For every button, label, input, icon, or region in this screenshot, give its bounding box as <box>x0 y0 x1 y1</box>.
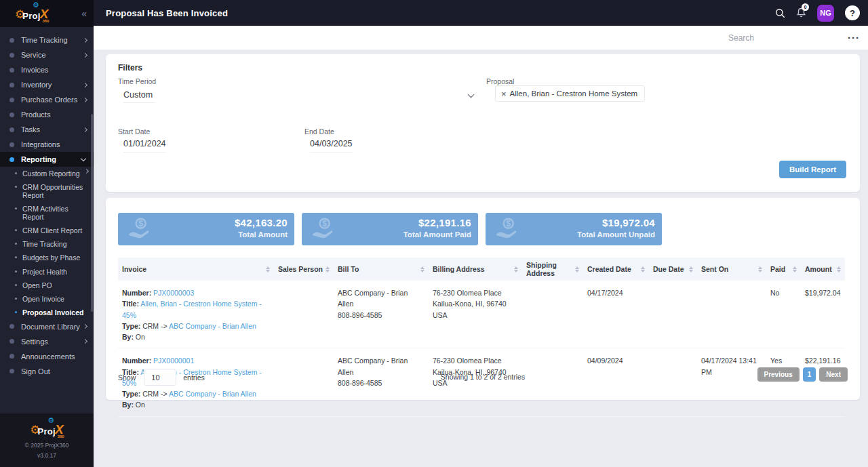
version-text: v3.0.17 <box>0 452 94 459</box>
sort-icon[interactable] <box>326 266 330 272</box>
total-amount-paid-value: $22,191.16 <box>418 217 471 228</box>
search-icon[interactable] <box>775 8 785 18</box>
page-number-button[interactable]: 1 <box>803 367 816 382</box>
created-date-cell: 04/17/2024 <box>583 281 649 348</box>
hand-dollar-icon: $ <box>492 216 522 243</box>
sidebar-subitem-crm-opportunities-report[interactable]: CRM Opportunities Report <box>0 180 94 202</box>
time-period-select[interactable]: Custom <box>118 87 476 104</box>
sub-header-bar: ··· <box>94 26 868 50</box>
sort-icon[interactable] <box>266 266 270 272</box>
help-icon[interactable]: ? <box>845 5 860 20</box>
sidebar-subitem-open-po[interactable]: Open PO <box>0 279 94 292</box>
sort-icon[interactable] <box>641 266 645 272</box>
end-date-label: End Date <box>304 127 334 136</box>
chevron-right-icon <box>84 169 89 174</box>
sort-icon[interactable] <box>837 266 841 272</box>
column-header-amount[interactable]: Amount <box>801 258 845 281</box>
invoice-number-link[interactable]: PJX0000003 <box>153 289 194 297</box>
sort-icon[interactable] <box>689 266 693 272</box>
sidebar-item-products[interactable]: Products <box>0 107 94 122</box>
sort-icon[interactable] <box>575 266 579 272</box>
sidebar-item-time-tracking[interactable]: Time Tracking <box>0 33 94 47</box>
sidebar-item-purchase-orders[interactable]: Purchase Orders <box>0 92 94 107</box>
proposal-label: Proposal <box>486 77 514 85</box>
table-row: Number: PJX0000003 Title: Allen, Brian -… <box>118 281 845 348</box>
page-title: Proposal Has Been Invoiced <box>106 8 775 18</box>
sidebar-item-invoices[interactable]: Invoices <box>0 62 94 77</box>
sidebar-item-integrations[interactable]: Integrations <box>0 137 94 152</box>
bullet-dot-icon <box>9 83 14 87</box>
collapse-sidebar-icon[interactable]: « <box>81 8 87 19</box>
column-header-sent-on[interactable]: Sent On <box>697 258 766 281</box>
sort-icon[interactable] <box>514 266 518 272</box>
sidebar-item-inventory[interactable]: Inventory <box>0 77 94 92</box>
column-header-created-date[interactable]: Created Date <box>583 258 649 281</box>
sidebar-subitem-custom-reporting[interactable]: Custom Reporting <box>0 167 94 180</box>
bullet-dot-icon <box>9 157 14 162</box>
bullet-dot-icon <box>9 113 14 117</box>
end-date-field[interactable]: 04/03/2025 <box>310 139 353 153</box>
next-page-button[interactable]: Next <box>819 367 848 382</box>
bullet-dot-icon <box>15 284 17 286</box>
notification-badge: 0 <box>802 3 809 11</box>
sidebar-subitem-crm-client-report[interactable]: CRM Client Report <box>0 224 94 237</box>
due-date-cell <box>649 281 697 348</box>
bullet-dot-icon <box>9 68 14 73</box>
remove-chip-icon[interactable]: × <box>501 89 507 98</box>
invoice-title-link[interactable]: Allen, Brian - Crestron Home System - 45… <box>122 300 262 319</box>
column-header-shipping-address[interactable]: Shipping Address <box>522 258 583 281</box>
sidebar-subitem-crm-activities-report[interactable]: CRM Activities Report <box>0 202 94 224</box>
company-link[interactable]: ABC Company - Brian Allen <box>169 322 256 330</box>
notifications-icon[interactable]: 0 <box>796 7 806 18</box>
total-amount-paid-label: Total Amount Paid <box>403 230 471 239</box>
build-report-button[interactable]: Build Report <box>779 161 846 178</box>
sidebar-item-service[interactable]: Service <box>0 47 94 62</box>
column-header-due-date[interactable]: Due Date <box>649 258 697 281</box>
sidebar-subitem-project-health[interactable]: Project Health <box>0 265 94 279</box>
column-header-bill-to[interactable]: Bill To <box>334 258 429 281</box>
sent-on-cell <box>697 281 766 348</box>
sidebar-item-document-library[interactable]: Document Library <box>0 319 94 334</box>
time-period-label: Time Period <box>118 77 156 85</box>
sidebar-subitem-time-tracking[interactable]: Time Tracking <box>0 237 94 251</box>
bullet-dot-icon <box>15 243 17 245</box>
billing-address-cell: 76-230 Olomea Place Kailua-Kona, HI, 967… <box>429 281 522 348</box>
previous-page-button[interactable]: Previous <box>757 367 800 382</box>
sidebar-item-announcements[interactable]: Announcements <box>0 349 94 364</box>
more-options-icon[interactable]: ··· <box>848 35 860 41</box>
sidebar-subitem-budgets-by-phase[interactable]: Budgets by Phase <box>0 251 94 264</box>
sort-icon[interactable] <box>758 266 762 272</box>
sort-icon[interactable] <box>793 266 797 272</box>
page-size-input[interactable] <box>144 369 176 386</box>
bullet-dot-icon <box>9 369 14 373</box>
proposal-chip[interactable]: × Allen, Brian - Crestron Home System <box>495 85 645 102</box>
sidebar-subitem-open-invoice[interactable]: Open Invoice <box>0 292 94 306</box>
sidebar-item-reporting[interactable]: Reporting <box>0 152 94 167</box>
summary-cards: $ $42,163.20 Total Amount $ $22,191.16 T… <box>118 213 662 245</box>
column-header-paid[interactable]: Paid <box>766 258 801 281</box>
filters-title: Filters <box>118 63 142 73</box>
column-header-sales-person[interactable]: Sales Person <box>274 258 334 281</box>
sidebar-scrollbar[interactable] <box>91 114 93 312</box>
avatar[interactable]: NG <box>817 5 834 22</box>
search-input[interactable] <box>728 33 810 43</box>
invoices-table: Invoice Sales Person Bill To Billing Add… <box>118 258 845 417</box>
sales-person-cell <box>274 281 334 348</box>
sidebar-subitem-proposal-invoiced[interactable]: Proposal Invoiced <box>0 306 94 319</box>
show-label: Show <box>118 373 136 382</box>
start-date-field[interactable]: 01/01/2024 <box>123 139 166 153</box>
app-logo-footer: ⚙ ⚙ Proj X 360 <box>30 423 63 436</box>
total-amount-unpaid-card: $ $19,972.04 Total Amount Unpaid <box>486 213 662 245</box>
sidebar-item-settings[interactable]: Settings <box>0 334 94 349</box>
bullet-dot-icon <box>9 324 14 329</box>
chevron-right-icon <box>83 324 87 329</box>
showing-entries-text: Showing 1 to 2 of 2 entries <box>441 373 525 381</box>
paid-cell: No <box>766 281 801 348</box>
company-link[interactable]: ABC Company - Brian Allen <box>169 390 256 398</box>
sidebar-item-tasks[interactable]: Tasks <box>0 122 94 137</box>
column-header-invoice[interactable]: Invoice <box>118 258 274 281</box>
sidebar-item-sign-out[interactable]: Sign Out <box>0 364 94 379</box>
invoice-cell: Number: PJX0000003 Title: Allen, Brian -… <box>118 281 274 348</box>
sort-icon[interactable] <box>420 266 425 272</box>
column-header-billing-address[interactable]: Billing Address <box>429 258 522 281</box>
